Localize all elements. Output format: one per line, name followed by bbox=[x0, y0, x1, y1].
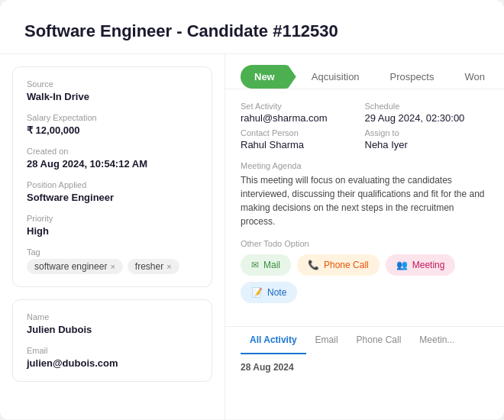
person-name-field: Name Julien Dubois bbox=[27, 312, 198, 335]
tag-label-1: software engineer bbox=[34, 261, 107, 272]
person-email-label: Email bbox=[27, 346, 198, 355]
mail-label: Mail bbox=[263, 260, 280, 270]
mail-icon: ✉ bbox=[251, 260, 259, 270]
meeting-icon: 👥 bbox=[396, 260, 408, 270]
tab-phone-call[interactable]: Phone Call bbox=[347, 327, 411, 354]
note-icon: 📝 bbox=[251, 287, 263, 298]
tab-all-activity[interactable]: All Activity bbox=[241, 327, 306, 354]
salary-label: Salary Expectation bbox=[27, 113, 198, 122]
schedule-value: 29 Aug 2024, 02:30:00 bbox=[365, 112, 489, 124]
tag-label-2: fresher bbox=[135, 261, 163, 272]
tag-container: software engineer × fresher × bbox=[27, 259, 198, 274]
created-field: Created on 28 Aug 2024, 10:54:12 AM bbox=[27, 147, 198, 170]
set-activity-label: Set Activity bbox=[241, 102, 365, 111]
assign-value: Neha Iyer bbox=[365, 139, 489, 150]
schedule-label: Schedule bbox=[365, 102, 489, 111]
phone-icon: 📞 bbox=[308, 260, 319, 270]
activity-grid: Set Activity rahul@sharma.com Schedule 2… bbox=[241, 102, 489, 150]
tag-remove-1[interactable]: × bbox=[110, 262, 115, 271]
source-value: Walk-In Drive bbox=[27, 91, 198, 102]
phone-label: Phone Call bbox=[324, 260, 369, 270]
todo-label: Other Todo Option bbox=[241, 239, 489, 248]
priority-label: Priority bbox=[27, 214, 198, 223]
tag-remove-2[interactable]: × bbox=[166, 262, 171, 271]
contact-label: Contact Person bbox=[241, 128, 365, 137]
position-label: Position Applied bbox=[27, 180, 198, 189]
source-field: Source Walk-In Drive bbox=[27, 79, 198, 102]
right-panel: New Aqcuisition Prospects Won Los... bbox=[225, 54, 504, 419]
person-email-value: julien@dubois.com bbox=[27, 357, 198, 369]
date-section: 28 Aug 2024 bbox=[225, 354, 504, 373]
meeting-button[interactable]: 👥 Meeting bbox=[386, 254, 456, 276]
tab-won[interactable]: Won bbox=[449, 65, 500, 89]
tag-field: Tag software engineer × fresher × bbox=[27, 247, 198, 274]
other-todo-section: Other Todo Option ✉ Mail 📞 Phone Call 👥 bbox=[241, 239, 489, 303]
tab-prospects[interactable]: Prospects bbox=[375, 65, 450, 89]
agenda-label: Meeting Agenda bbox=[241, 161, 489, 170]
page-title: Software Engineer - Candidate #112530 bbox=[0, 0, 504, 54]
tab-email[interactable]: Email bbox=[306, 327, 347, 354]
priority-field: Priority High bbox=[27, 214, 198, 237]
position-field: Position Applied Software Engineer bbox=[27, 180, 198, 203]
tag-software-engineer[interactable]: software engineer × bbox=[27, 259, 123, 274]
app-container: Software Engineer - Candidate #112530 So… bbox=[0, 0, 504, 420]
tag-label: Tag bbox=[27, 247, 198, 257]
left-panel: Source Walk-In Drive Salary Expectation … bbox=[0, 54, 225, 419]
contact-value: Rahul Sharma bbox=[241, 139, 365, 150]
set-activity-field: Set Activity rahul@sharma.com bbox=[241, 102, 365, 124]
title-text: Software Engineer - Candidate #112530 bbox=[24, 21, 338, 40]
position-value: Software Engineer bbox=[27, 192, 198, 203]
meeting-agenda-section: Meeting Agenda This meeting will focus o… bbox=[241, 161, 489, 228]
assign-field: Assign to Neha Iyer bbox=[365, 128, 489, 150]
phone-call-button[interactable]: 📞 Phone Call bbox=[297, 254, 380, 276]
created-label: Created on bbox=[27, 147, 198, 156]
note-label: Note bbox=[267, 287, 286, 298]
salary-field: Salary Expectation ₹ 12,00,000 bbox=[27, 113, 198, 136]
activity-section: Set Activity rahul@sharma.com Schedule 2… bbox=[225, 89, 504, 326]
assign-label: Assign to bbox=[365, 128, 489, 137]
tab-meeting[interactable]: Meetin... bbox=[410, 327, 464, 354]
salary-value: ₹ 12,00,000 bbox=[27, 124, 198, 136]
main-content: Source Walk-In Drive Salary Expectation … bbox=[0, 54, 504, 419]
person-email-field: Email julien@dubois.com bbox=[27, 346, 198, 369]
pipeline-tabs: New Aqcuisition Prospects Won Los... bbox=[225, 54, 504, 89]
meeting-label: Meeting bbox=[412, 260, 445, 270]
tab-new[interactable]: New bbox=[241, 65, 296, 89]
todo-buttons: ✉ Mail 📞 Phone Call 👥 Meeting 📝 bbox=[241, 254, 489, 303]
source-label: Source bbox=[27, 79, 198, 89]
tab-acquisition[interactable]: Aqcuisition bbox=[296, 65, 375, 89]
agenda-text: This meeting will focus on evaluating th… bbox=[241, 173, 489, 228]
mail-button[interactable]: ✉ Mail bbox=[241, 254, 291, 276]
info-card: Source Walk-In Drive Salary Expectation … bbox=[12, 66, 212, 287]
person-name-value: Julien Dubois bbox=[27, 324, 198, 335]
contact-field: Contact Person Rahul Sharma bbox=[241, 128, 365, 150]
date-label: 28 Aug 2024 bbox=[241, 362, 489, 373]
note-button[interactable]: 📝 Note bbox=[241, 282, 297, 303]
schedule-field: Schedule 29 Aug 2024, 02:30:00 bbox=[365, 102, 489, 124]
activity-tabs-bar: All Activity Email Phone Call Meetin... bbox=[225, 326, 504, 354]
tab-lost[interactable]: Los... bbox=[500, 65, 504, 89]
created-value: 28 Aug 2024, 10:54:12 AM bbox=[27, 158, 198, 170]
person-card: Name Julien Dubois Email julien@dubois.c… bbox=[12, 299, 212, 382]
priority-value: High bbox=[27, 225, 198, 237]
set-activity-value: rahul@sharma.com bbox=[241, 112, 365, 124]
tag-fresher[interactable]: fresher × bbox=[128, 259, 179, 274]
person-name-label: Name bbox=[27, 312, 198, 321]
